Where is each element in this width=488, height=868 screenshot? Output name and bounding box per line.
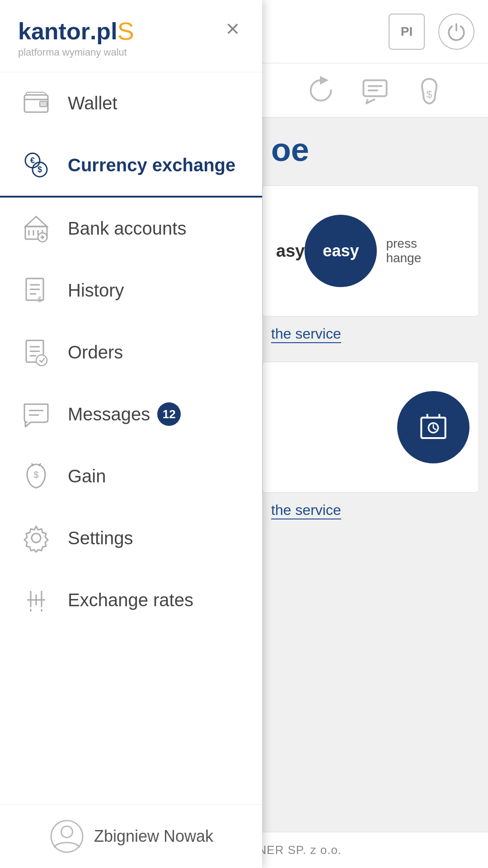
exchange-rates-label: Exchange rates: [68, 590, 193, 610]
nav-menu: Wallet € $ Currency exchange: [0, 72, 262, 804]
sidebar-item-wallet[interactable]: Wallet: [0, 72, 262, 134]
svg-point-37: [32, 533, 41, 542]
bg-easy-circle: easy: [305, 215, 377, 287]
close-button[interactable]: ×: [217, 13, 249, 44]
settings-label: Settings: [68, 528, 133, 548]
user-avatar-icon: [49, 818, 85, 854]
bg-time-circle: [397, 391, 469, 463]
gain-icon: $: [18, 458, 54, 494]
bg-money-bag-icon[interactable]: $: [411, 72, 447, 108]
bg-blue-text: oe: [271, 131, 309, 168]
bg-header: PI: [262, 0, 488, 63]
bg-power-button[interactable]: [438, 14, 474, 50]
orders-icon: [18, 334, 54, 370]
history-icon: $: [18, 272, 54, 308]
currency-exchange-icon: € $: [18, 147, 54, 183]
sidebar-item-settings[interactable]: Settings: [0, 507, 262, 569]
history-label: History: [68, 280, 124, 301]
settings-icon: [18, 520, 54, 556]
svg-point-44: [51, 821, 83, 852]
messages-label: Messages: [68, 404, 150, 425]
bg-card-2: r Time: [262, 362, 479, 493]
svg-text:$: $: [38, 165, 42, 174]
sidebar-item-history[interactable]: $ History: [0, 259, 262, 321]
sidebar-item-gain[interactable]: $ Gain: [0, 445, 262, 507]
svg-point-31: [36, 355, 47, 366]
messages-icon: [18, 396, 54, 432]
sidebar-item-currency-exchange[interactable]: € $ Currency exchange: [0, 134, 262, 198]
bg-chat-icon[interactable]: [357, 72, 393, 108]
bg-card-1: asy easy press hange: [262, 185, 479, 316]
svg-text:$: $: [38, 296, 42, 303]
currency-exchange-label: Currency exchange: [68, 155, 235, 175]
logo: kantor .pl S: [18, 16, 244, 46]
logo-kantor-text: kantor: [18, 18, 90, 45]
bg-refresh-icon[interactable]: [303, 72, 339, 108]
user-name: Zbigniew Nowak: [94, 827, 213, 846]
sidebar-item-bank-accounts[interactable]: Bank accounts: [0, 198, 262, 259]
logo-s-text: S: [117, 16, 134, 46]
wallet-label: Wallet: [68, 93, 117, 113]
exchange-rates-icon: [18, 582, 54, 618]
svg-point-45: [61, 826, 72, 838]
logo-subtitle: platforma wymiany walut: [18, 47, 244, 58]
wallet-icon: [18, 85, 54, 121]
bank-accounts-icon: [18, 210, 54, 246]
bank-accounts-label: Bank accounts: [68, 218, 186, 239]
gain-label: Gain: [68, 466, 106, 486]
bg-icons-row: $: [262, 63, 488, 118]
messages-badge: 12: [157, 402, 181, 426]
svg-text:$: $: [33, 470, 38, 480]
sidebar-item-messages[interactable]: Messages 12: [0, 383, 262, 445]
svg-text:$: $: [427, 89, 432, 100]
svg-rect-0: [363, 80, 386, 96]
sidebar-item-exchange-rates[interactable]: Exchange rates: [0, 569, 262, 631]
bg-service-link-2[interactable]: the service: [271, 502, 341, 519]
bg-service-link-1[interactable]: the service: [271, 326, 341, 343]
orders-label: Orders: [68, 342, 123, 363]
user-profile[interactable]: Zbigniew Nowak: [0, 804, 262, 868]
svg-text:€: €: [30, 156, 35, 165]
logo-dotpl-text: .pl: [90, 18, 117, 45]
nav-drawer: × kantor .pl S platforma wymiany walut W…: [0, 0, 262, 868]
svg-rect-9: [40, 101, 47, 107]
bg-pi-button[interactable]: PI: [389, 14, 425, 50]
sidebar-item-orders[interactable]: Orders: [0, 321, 262, 383]
